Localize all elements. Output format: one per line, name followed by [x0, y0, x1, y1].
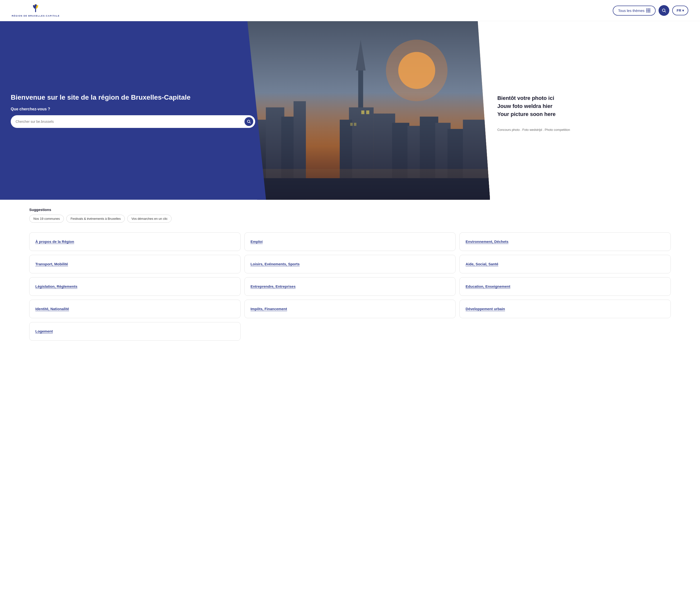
- header: RÉGION DE BRUXELLES-CAPITALE Tous les th…: [0, 0, 700, 21]
- photo-contest-title: Bientôt votre photo ici Jouw foto weldra…: [497, 94, 693, 118]
- themes-button[interactable]: Tous les thèmes: [613, 6, 656, 16]
- category-label: Législation, Règlements: [35, 284, 77, 288]
- svg-rect-21: [374, 113, 395, 200]
- hero-subtitle: Que cherchez-vous ?: [11, 107, 255, 111]
- svg-rect-23: [407, 126, 421, 200]
- hero-search-bar: [11, 115, 255, 128]
- svg-line-9: [250, 122, 251, 123]
- search-icon: [247, 120, 251, 124]
- hero-search-input[interactable]: [16, 120, 243, 124]
- category-label: Emploi: [251, 239, 263, 244]
- category-card[interactable]: Education, Enseignement: [459, 277, 671, 296]
- svg-rect-32: [245, 169, 490, 200]
- svg-line-7: [665, 11, 666, 12]
- language-button[interactable]: FR ▾: [672, 6, 688, 15]
- category-card[interactable]: Loisirs, Evénements, Sports: [245, 255, 456, 273]
- category-label: Aide, Social, Santé: [466, 262, 498, 266]
- category-label: Impôts, Financement: [251, 307, 287, 311]
- category-card[interactable]: À propos de la Région: [29, 232, 241, 251]
- suggestion-pill[interactable]: Festivals & événements à Bruxelles: [66, 215, 125, 223]
- hero-search-button[interactable]: [245, 117, 253, 126]
- suggestion-pill[interactable]: Vos démarches en un clic: [127, 215, 172, 223]
- svg-rect-14: [266, 107, 284, 200]
- grid-icon: [646, 8, 650, 12]
- category-label: Développement urbain: [466, 307, 505, 311]
- photo-title-line2: Jouw foto weldra hier: [497, 102, 693, 110]
- category-label: Education, Enseignement: [466, 284, 510, 288]
- svg-rect-15: [281, 117, 297, 200]
- suggestions-section: Suggestions Nos 19 communesFestivals & é…: [0, 200, 700, 227]
- category-card[interactable]: Identité, Nationalité: [29, 300, 241, 318]
- themes-button-label: Tous les thèmes: [618, 8, 645, 13]
- category-card[interactable]: Environnement, Déchets: [459, 232, 671, 251]
- photo-contest-subtitle: Concours photo . Foto wedstrijd . Photo …: [497, 128, 693, 132]
- svg-rect-30: [350, 123, 353, 126]
- category-card[interactable]: Développement urbain: [459, 300, 671, 318]
- svg-rect-19: [349, 107, 374, 200]
- hero-section: Bienvenue sur le site de la région de Br…: [0, 21, 700, 200]
- svg-rect-17: [358, 58, 363, 181]
- svg-rect-27: [463, 120, 490, 200]
- category-label: Identité, Nationalité: [35, 307, 69, 311]
- category-card[interactable]: Législation, Règlements: [29, 277, 241, 296]
- category-card[interactable]: Entreprendre, Entreprises: [245, 277, 456, 296]
- category-card[interactable]: Impôts, Financement: [245, 300, 456, 318]
- category-label: Entreprendre, Entreprises: [251, 284, 296, 288]
- svg-rect-20: [340, 120, 352, 200]
- svg-rect-28: [361, 110, 365, 114]
- chevron-down-icon: ▾: [682, 8, 684, 12]
- svg-rect-26: [448, 129, 466, 200]
- category-label: Loisirs, Evénements, Sports: [251, 262, 300, 266]
- category-label: Transport, Mobilité: [35, 262, 68, 266]
- logo[interactable]: RÉGION DE BRUXELLES-CAPITALE: [12, 4, 60, 17]
- category-label: Logement: [35, 329, 53, 333]
- lang-label: FR: [677, 8, 681, 12]
- hero-right-panel: Bientôt votre photo ici Jouw foto weldra…: [490, 21, 700, 200]
- svg-rect-29: [366, 110, 370, 114]
- svg-rect-24: [420, 117, 439, 200]
- photo-title-line3: Your picture soon here: [497, 110, 693, 118]
- category-card[interactable]: Aide, Social, Santé: [459, 255, 671, 273]
- category-label: À propos de la Région: [35, 239, 74, 244]
- suggestion-pill[interactable]: Nos 19 communes: [29, 215, 64, 223]
- hero-left-panel: Bienvenue sur le site de la région de Br…: [0, 21, 266, 200]
- suggestions-label: Suggestions: [29, 208, 671, 212]
- category-card[interactable]: Logement: [29, 322, 241, 341]
- photo-title-line1: Bientôt votre photo ici: [497, 94, 693, 102]
- suggestion-pills: Nos 19 communesFestivals & événements à …: [29, 215, 671, 223]
- search-icon: [662, 8, 666, 13]
- svg-point-12: [386, 40, 448, 101]
- logo-label: RÉGION DE BRUXELLES-CAPITALE: [12, 15, 60, 17]
- svg-rect-31: [354, 123, 356, 126]
- svg-rect-16: [294, 101, 306, 200]
- header-search-button[interactable]: [658, 5, 669, 16]
- categories-grid: À propos de la RégionEmploiEnvironnement…: [0, 227, 700, 355]
- category-card[interactable]: Transport, Mobilité: [29, 255, 241, 273]
- svg-rect-5: [35, 8, 36, 12]
- logo-icon: [30, 4, 42, 14]
- hero-image: [245, 21, 490, 200]
- header-nav: Tous les thèmes FR ▾: [613, 5, 688, 16]
- svg-rect-33: [245, 178, 490, 200]
- svg-rect-25: [435, 123, 451, 200]
- svg-rect-10: [245, 21, 490, 200]
- category-label: Environnement, Déchets: [466, 239, 508, 244]
- hero-title: Bienvenue sur le site de la région de Br…: [11, 93, 255, 102]
- svg-rect-22: [392, 123, 409, 200]
- category-card[interactable]: Emploi: [245, 232, 456, 251]
